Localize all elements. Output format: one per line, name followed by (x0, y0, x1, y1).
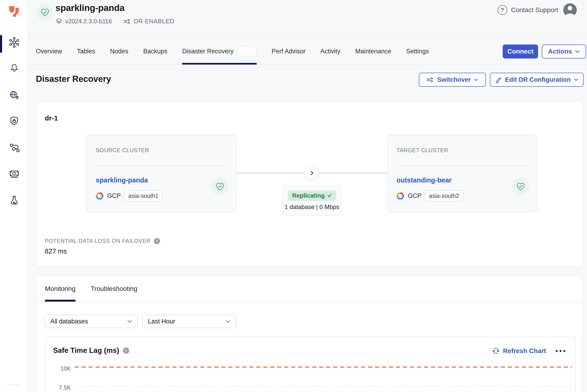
yugabyte-logo[interactable] (7, 5, 20, 17)
cluster-meta: v2024.2.3.0-b116 DR ENABLED (55, 18, 174, 25)
gcp-icon (95, 192, 104, 200)
contact-support-link[interactable]: ? Contact Support (498, 5, 558, 15)
data-loss-value: 827 ms (45, 248, 67, 255)
version-label: v2024.2.3.0-b116 (65, 18, 112, 25)
page-cluster-name: sparkling-panda (55, 3, 125, 13)
tab-activity[interactable]: Activity (321, 38, 341, 64)
universe-icon (9, 37, 19, 48)
y-tick-7-5k: 7.5K (45, 384, 71, 391)
tab-disaster-recovery[interactable]: Disaster Recovery New (182, 38, 257, 64)
refresh-icon (492, 347, 500, 355)
app: sparkling-panda v2024.2.3.0-b116 DR ENAB… (0, 0, 587, 392)
time-range-select[interactable]: Last Hour (142, 315, 236, 328)
actions-button[interactable]: Actions (542, 44, 586, 58)
chevron-down-icon (225, 320, 231, 323)
tab-backups[interactable]: Backups (143, 38, 167, 64)
globe-gear-icon (9, 90, 19, 100)
sidebar-item-universe[interactable] (9, 37, 19, 48)
tab-nodes[interactable]: Nodes (110, 38, 128, 64)
target-cluster-link[interactable]: outstanding-bear (397, 176, 452, 184)
info-icon[interactable]: i (123, 348, 129, 354)
tab-perf-advisor[interactable]: Perf Advisor (272, 38, 306, 64)
chevron-down-icon (474, 78, 478, 81)
sidebar-item-billing[interactable] (9, 168, 19, 179)
target-cluster-label: TARGET CLUSTER (397, 147, 448, 154)
flow-icon (9, 142, 19, 153)
tab-monitoring[interactable]: Monitoring (45, 276, 75, 302)
chevron-down-icon (574, 78, 578, 81)
sidebar-item-regions[interactable] (9, 90, 19, 100)
cluster-health-icon (37, 4, 53, 20)
chevron-right-icon (309, 170, 315, 176)
contact-support-label: Contact Support (511, 6, 558, 14)
threshold-line (74, 366, 572, 368)
replication-direction-button[interactable] (304, 166, 319, 181)
source-provider-label: GCP (107, 192, 121, 200)
source-cluster-label: SOURCE CLUSTER (96, 147, 149, 154)
tab-maintenance[interactable]: Maintenance (355, 38, 391, 64)
sidebar-item-alerts[interactable] (9, 62, 19, 72)
gcp-icon (396, 192, 405, 200)
monitoring-tabbar: Monitoring Troubleshooting (36, 276, 583, 302)
sidebar-item-labs[interactable] (9, 195, 19, 206)
shuffle-icon (123, 19, 131, 24)
connect-button[interactable]: Connect (503, 44, 538, 58)
layers-icon (55, 18, 62, 25)
data-loss-label: POTENTIAL DATA LOSS ON FAILOVER (45, 238, 150, 244)
target-region-chip: asia-south2 (425, 190, 463, 201)
chart-menu-button[interactable]: ••• (555, 348, 567, 354)
switchover-button[interactable]: Switchover (419, 73, 486, 87)
sidebar (0, 0, 28, 392)
flask-icon (9, 195, 19, 206)
question-icon: ? (498, 5, 507, 15)
dr-config-card: dr-1 SOURCE CLUSTER sparkling-panda GCP … (36, 101, 583, 267)
replication-status-box: Replicating 1 database | 0 Mbps (283, 186, 341, 216)
monitoring-card: Monitoring Troubleshooting All databases… (36, 276, 583, 392)
sidebar-item-integrations[interactable] (9, 142, 19, 153)
gridline-7-5k (74, 386, 572, 387)
tab-overview[interactable]: Overview (36, 38, 62, 64)
info-icon[interactable]: i (154, 238, 160, 244)
replication-detail: 1 database | 0 Mbps (284, 204, 339, 211)
refresh-chart-button[interactable]: Refresh Chart (492, 347, 546, 355)
tab-settings[interactable]: Settings (406, 38, 429, 64)
tab-troubleshooting[interactable]: Troubleshooting (91, 276, 137, 302)
dr-enabled-badge: DR ENABLED (134, 18, 174, 25)
sidebar-divider (7, 384, 21, 385)
check-icon (328, 194, 332, 198)
chevron-down-icon (575, 50, 580, 53)
source-region-chip: asia-south1 (124, 190, 163, 201)
source-health-icon (211, 178, 228, 195)
page-title: Disaster Recovery (36, 74, 111, 84)
source-cluster-box: SOURCE CLUSTER sparkling-panda GCP asia-… (86, 134, 236, 212)
target-provider-label: GCP (408, 192, 422, 200)
user-avatar[interactable] (563, 3, 577, 17)
chart-title: Safe Time Lag (ms) (53, 346, 119, 355)
money-icon (9, 168, 19, 179)
shield-lock-icon (9, 116, 19, 126)
switchover-icon (427, 77, 434, 82)
edit-dr-configuration-button[interactable]: Edit DR Configuration (490, 73, 584, 87)
tab-tables[interactable]: Tables (77, 38, 95, 64)
pencil-icon (495, 76, 502, 83)
safe-time-lag-chart-card: Safe Time Lag (ms) i Refresh Chart ••• 1… (45, 336, 576, 392)
bell-icon (9, 62, 19, 72)
chevron-down-icon (127, 320, 132, 323)
source-cluster-link[interactable]: sparkling-panda (96, 176, 148, 184)
target-health-icon (512, 178, 529, 195)
new-badge: New (238, 46, 257, 56)
y-tick-10k: 10K (45, 365, 71, 372)
sidebar-item-security[interactable] (9, 116, 19, 126)
database-filter-select[interactable]: All databases (45, 315, 138, 328)
replication-status-badge: Replicating (288, 190, 336, 201)
dr-config-name: dr-1 (45, 114, 58, 122)
active-nav-indicator (0, 35, 2, 53)
target-cluster-box: TARGET CLUSTER outstanding-bear GCP asia… (387, 134, 537, 212)
